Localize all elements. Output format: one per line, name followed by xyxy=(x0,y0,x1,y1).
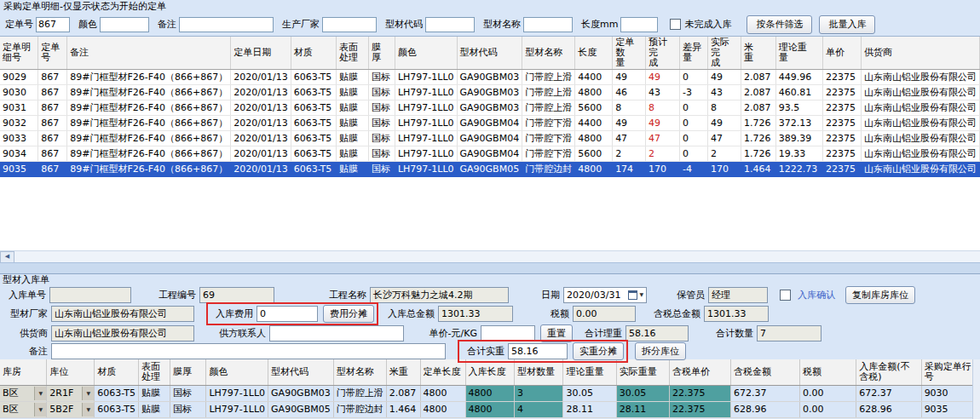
fee-highlight-box: 入库费用 费用分摊 xyxy=(206,302,378,325)
copy-warehouse-location-button[interactable]: 复制库房库位 xyxy=(845,286,915,304)
cell: 2020/01/13 xyxy=(231,116,291,131)
inbound-row[interactable]: B区▼2R1F▼6063-T5贴膜国标LH797-1LL0GA90GBM03门带… xyxy=(0,386,980,402)
actual-weight-input[interactable] xyxy=(508,343,568,359)
chevron-down-icon[interactable]: ▼ xyxy=(34,403,46,416)
column-header[interactable]: 定单数 量 xyxy=(613,37,646,70)
column-header[interactable]: 采购定单行 号 xyxy=(921,359,979,386)
manufacturer-input[interactable] xyxy=(322,17,377,32)
location-combo[interactable]: 5B2F▼ xyxy=(47,402,94,417)
column-header[interactable]: 型材名称 xyxy=(333,359,386,386)
filter-by-condition-button[interactable]: 按条件筛选 xyxy=(747,15,812,34)
column-header[interactable]: 米重 xyxy=(386,359,420,386)
vertical-scrollbar[interactable] xyxy=(972,359,980,419)
column-header[interactable]: 预计完 成 xyxy=(646,37,680,70)
column-header[interactable]: 理论重 量 xyxy=(775,37,822,70)
order-no-input[interactable] xyxy=(36,17,70,32)
note-label: 备注 xyxy=(3,345,48,358)
total-with-tax-field[interactable]: 1301.33 xyxy=(704,306,769,322)
warehouse-combo[interactable]: B区▼ xyxy=(0,386,46,401)
column-header[interactable]: 入库金额(不 含税) xyxy=(856,359,921,386)
supplier-field[interactable]: 山东南山铝业股份有限公司 xyxy=(51,325,194,342)
column-header[interactable]: 型材代码 xyxy=(457,37,522,70)
column-header[interactable]: 颜色 xyxy=(395,37,457,70)
column-header[interactable]: 实际重量 xyxy=(616,359,669,386)
column-header[interactable]: 库位 xyxy=(47,359,95,386)
column-header[interactable]: 膜厚 xyxy=(170,359,205,386)
column-header[interactable]: 材质 xyxy=(291,37,336,70)
column-header[interactable]: 长度 xyxy=(575,37,613,70)
cell: 贴膜 xyxy=(336,162,368,177)
chevron-down-icon[interactable]: ▼ xyxy=(34,387,46,400)
column-header[interactable]: 型材名称 xyxy=(522,37,575,70)
inbound-no-field[interactable] xyxy=(49,287,131,303)
inbound-row[interactable]: B区▼5B2F▼6063-T5贴膜国标LH797-1LL0GA90GBM05门带… xyxy=(0,402,980,418)
color-input[interactable] xyxy=(100,17,149,32)
column-header[interactable]: 实际完 成 xyxy=(707,37,741,70)
column-header[interactable]: 定单长度 xyxy=(420,359,465,386)
chevron-down-icon[interactable]: ▼ xyxy=(82,403,94,416)
column-header[interactable]: 定单 号 xyxy=(38,37,67,70)
location-combo[interactable]: 2R1F▼ xyxy=(47,386,94,401)
split-location-button[interactable]: 拆分库位 xyxy=(635,342,686,360)
order-row[interactable]: 903486789#门框型材F26-F40（866+867）2020/01/13… xyxy=(0,146,980,162)
cell: 山东南山铝业股份有限公司 xyxy=(861,146,979,162)
keeper-field[interactable]: 经理 xyxy=(708,287,768,303)
profile-code-input[interactable] xyxy=(425,17,475,32)
tax-field[interactable]: 0.00 xyxy=(573,306,636,322)
column-header[interactable]: 膜 厚 xyxy=(368,37,395,70)
chevron-down-icon[interactable]: ▼ xyxy=(82,387,94,400)
column-header[interactable]: 表面 处理 xyxy=(336,37,368,70)
column-header[interactable]: 颜色 xyxy=(206,359,268,386)
total-qty-field[interactable]: 7 xyxy=(757,325,821,342)
cell: 山东南山铝业股份有限公司 xyxy=(861,116,979,131)
order-row[interactable]: 903386789#门框型材F26-F40（866+867）2020/01/13… xyxy=(0,131,980,146)
column-header[interactable]: 理论重量 xyxy=(563,359,616,386)
column-header[interactable]: 定单明 细号 xyxy=(0,37,38,70)
inbound-fee-input[interactable] xyxy=(257,306,318,322)
column-header[interactable]: 含税金额 xyxy=(731,359,800,386)
order-row[interactable]: 903586789#门框型材F26-F40（866+867）2020/01/13… xyxy=(0,162,980,177)
column-header[interactable]: 表面 处理 xyxy=(138,359,170,386)
horizontal-scrollbar[interactable]: ◀ xyxy=(0,250,980,262)
unfinished-checkbox[interactable] xyxy=(670,19,681,30)
scroll-left-icon[interactable]: ◀ xyxy=(0,251,14,263)
supplier-contact-input[interactable] xyxy=(269,325,404,342)
column-header[interactable]: 型材数量 xyxy=(514,359,563,386)
note-input[interactable] xyxy=(51,343,446,359)
column-header[interactable]: 型材代码 xyxy=(268,359,334,386)
order-row[interactable]: 903086789#门框型材F26-F40（866+867）2020/01/13… xyxy=(0,85,980,100)
cell: 47 xyxy=(646,131,680,146)
column-header[interactable]: 差异量 xyxy=(680,37,708,70)
column-header[interactable]: 供货商 xyxy=(861,37,979,70)
date-picker[interactable]: 2020/03/31 ▼ xyxy=(563,287,647,303)
inbound-confirm-checkbox[interactable] xyxy=(780,290,791,301)
total-qty-label: 合计数量 xyxy=(700,327,753,340)
fee-share-button[interactable]: 费用分摊 xyxy=(323,305,374,323)
inbound-no-label: 入库单号 xyxy=(3,289,46,301)
column-header[interactable]: 单价 xyxy=(822,37,861,70)
batch-inbound-button[interactable]: 批量入库 xyxy=(819,15,875,34)
cell: 门带腔上滑 xyxy=(333,386,386,402)
order-row[interactable]: 903286789#门框型材F26-F40（866+867）2020/01/13… xyxy=(0,116,980,131)
inbound-total-field[interactable]: 1301.33 xyxy=(438,306,513,322)
length-input[interactable] xyxy=(620,17,658,32)
column-header[interactable]: 米 重 xyxy=(741,37,775,70)
column-header[interactable]: 定单日期 xyxy=(231,37,291,70)
column-header[interactable]: 税额 xyxy=(800,359,856,386)
order-row[interactable]: 902986789#门框型材F26-F40（866+867）2020/01/13… xyxy=(0,70,980,85)
theory-weight-total-field[interactable]: 58.16 xyxy=(625,325,689,342)
weight-share-button[interactable]: 实重分摊 xyxy=(573,342,624,360)
order-row[interactable]: 903186789#门框型材F26-F40（866+867）2020/01/13… xyxy=(0,100,980,116)
cell: 国标 xyxy=(368,85,395,100)
column-header[interactable]: 备注 xyxy=(67,37,231,70)
profile-name-input[interactable] xyxy=(523,17,573,32)
column-header[interactable]: 入库长度 xyxy=(465,359,514,386)
remark-input[interactable] xyxy=(179,17,274,32)
warehouse-combo[interactable]: B区▼ xyxy=(0,402,46,417)
column-header[interactable]: 库房 xyxy=(0,359,47,386)
project-no-field[interactable]: 69 xyxy=(199,287,274,303)
project-name-field[interactable]: 长沙万科魅力之城4.2期 xyxy=(370,287,509,303)
column-header[interactable]: 材质 xyxy=(95,359,139,386)
column-header[interactable]: 含税单价 xyxy=(670,359,731,386)
profile-factory-field[interactable]: 山东南山铝业股份有限公司 xyxy=(51,306,194,322)
